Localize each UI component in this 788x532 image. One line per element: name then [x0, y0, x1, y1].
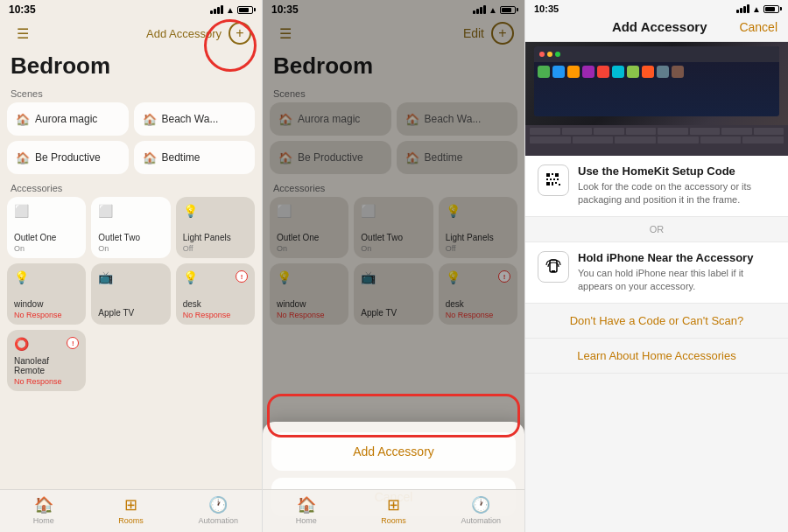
- rooms-tab-icon-2: ⊞: [387, 495, 400, 514]
- signal-bar-3: [217, 7, 220, 14]
- app-icon-1: [538, 66, 550, 78]
- room-title-1: Bedroom: [0, 51, 262, 85]
- app-icon-7: [627, 66, 639, 78]
- scene-item-productive[interactable]: 🏠 Be Productive: [7, 141, 129, 174]
- warning-badge-desk: !: [236, 270, 248, 283]
- tab-rooms-2[interactable]: ⊞ Rooms: [350, 495, 438, 525]
- accessory-name-nanoleaf: Nanoleaf Remote: [14, 356, 79, 375]
- accessory-status-window: No Response: [14, 311, 79, 319]
- scene-icon-aurora: 🏠: [16, 113, 30, 126]
- kbd-key-14: [742, 136, 784, 144]
- option-desc-near-accessory: You can hold iPhone near this label if i…: [578, 267, 776, 294]
- svg-rect-4: [550, 178, 552, 180]
- keyboard-area: [525, 125, 788, 156]
- kbd-row-1: [530, 128, 784, 135]
- battery-icon-1: [237, 6, 253, 14]
- accessory-nanoleaf[interactable]: ⭕ ! Nanoleaf Remote No Response: [7, 330, 86, 391]
- light-icon-1: 💡: [183, 204, 198, 218]
- phone-panel-1: 10:35 ▲ ☰ Add Accessory + Bedroom Scenes: [0, 0, 263, 532]
- svg-rect-5: [553, 178, 555, 180]
- kbd-key-6: [690, 128, 721, 135]
- kbd-row-2: [530, 136, 784, 144]
- battery-fill-1: [239, 8, 249, 12]
- kbd-key-7: [721, 128, 752, 135]
- accessory-light-panels[interactable]: 💡 Light Panels Off: [176, 197, 255, 258]
- app-icon-4: [582, 66, 595, 78]
- tab-automation-2[interactable]: 🕐 Automation: [437, 495, 524, 525]
- or-divider: OR: [525, 217, 788, 242]
- svg-rect-1: [552, 173, 553, 175]
- kbd-key-8: [754, 128, 784, 135]
- signal-bars-3: [736, 4, 749, 13]
- menu-icon-1[interactable]: ☰: [11, 21, 35, 46]
- accessory-window[interactable]: 💡 window No Response: [7, 263, 86, 325]
- automation-tab-icon-1: 🕐: [208, 495, 228, 514]
- plus-button-1[interactable]: +: [229, 22, 251, 45]
- option-row-near-accessory[interactable]: Hold iPhone Near the Accessory You can h…: [525, 242, 788, 304]
- cancel-nav-button[interactable]: Cancel: [739, 20, 777, 34]
- accessory-name-desk: desk: [183, 299, 248, 309]
- scene-item-beach[interactable]: 🏠 Beach Wa...: [134, 102, 256, 136]
- signal-bar-1: [210, 10, 213, 14]
- link-learn-accessories[interactable]: Learn About Home Accessories: [525, 339, 788, 374]
- edit-button-1[interactable]: Add Accessory: [146, 27, 222, 40]
- battery-fill-3: [765, 7, 775, 11]
- link-no-code[interactable]: Don't Have a Code or Can't Scan?: [525, 304, 788, 339]
- scene-icon-bedtime: 🏠: [143, 151, 157, 164]
- svg-rect-9: [555, 182, 557, 184]
- tab-automation-1[interactable]: 🕐 Automation: [174, 495, 262, 525]
- signal-bar-3-1: [736, 10, 739, 13]
- kbd-key-4: [626, 128, 657, 135]
- accessory-apple-tv[interactable]: 📺 Apple TV: [91, 263, 170, 325]
- battery-icon-3: [763, 5, 779, 13]
- tab-rooms-label-1: Rooms: [118, 516, 144, 525]
- kbd-key-10: [573, 136, 614, 144]
- accessory-name-light-panels: Light Panels: [183, 233, 248, 242]
- svg-rect-6: [557, 178, 559, 180]
- svg-rect-11: [550, 260, 557, 272]
- status-bar-1: 10:35 ▲: [0, 0, 262, 18]
- scene-item-aurora[interactable]: 🏠 Aurora magic: [7, 102, 129, 136]
- laptop-photo: [525, 42, 788, 156]
- kbd-key-13: [700, 136, 742, 144]
- status-time-1: 10:35: [9, 4, 36, 16]
- svg-rect-10: [559, 184, 560, 186]
- add-accessory-button[interactable]: Add Accessory: [271, 432, 516, 471]
- accessory-name-outlet-one: Outlet One: [14, 233, 79, 242]
- tab-bar-1: 🏠 Home ⊞ Rooms 🕐 Automation: [0, 489, 262, 532]
- accessory-outlet-two[interactable]: ⬜ Outlet Two On: [91, 197, 170, 258]
- tab-home-2[interactable]: 🏠 Home: [263, 495, 350, 525]
- accessory-icon-row-appletv: 📺: [98, 270, 163, 284]
- option-row-setup-code[interactable]: Use the HomeKit Setup Code Look for the …: [525, 156, 788, 217]
- kbd-key-3: [594, 128, 624, 135]
- accessory-desk[interactable]: 💡 ! desk No Response: [176, 263, 255, 325]
- home-tab-icon-1: 🏠: [34, 495, 53, 514]
- right-nav: Add Accessory Cancel: [525, 16, 788, 42]
- dot-yellow: [547, 52, 552, 57]
- signal-bar-3-2: [740, 8, 742, 13]
- scene-icon-productive: 🏠: [16, 151, 30, 164]
- svg-rect-12: [552, 270, 555, 272]
- option-text-near-accessory: Hold iPhone Near the Accessory You can h…: [578, 251, 776, 294]
- accessory-status-nanoleaf: No Response: [14, 377, 79, 386]
- accessory-icon-row-light: 💡: [183, 204, 248, 218]
- signal-bars-1: [210, 5, 223, 14]
- phone-panel-3: 10:35 ▲ Add Accessory Cancel: [525, 0, 788, 532]
- automation-tab-icon-2: 🕐: [471, 495, 490, 514]
- tab-bar-2: 🏠 Home ⊞ Rooms 🕐 Automation: [263, 489, 524, 532]
- screen-bar: [534, 46, 779, 62]
- app-icon-2: [552, 66, 565, 78]
- accessory-icon-row-outlet-two: ⬜: [98, 204, 163, 218]
- scene-item-bedtime[interactable]: 🏠 Bedtime: [134, 141, 256, 174]
- accessory-status-outlet-two: On: [98, 244, 163, 253]
- scenes-grid-1: 🏠 Aurora magic 🏠 Beach Wa... 🏠 Be Produc…: [0, 102, 262, 179]
- accessory-outlet-one[interactable]: ⬜ Outlet One On: [7, 197, 86, 258]
- tab-home-1[interactable]: 🏠 Home: [0, 495, 88, 525]
- svg-rect-8: [552, 182, 553, 186]
- app-icon-5: [597, 66, 609, 78]
- kbd-key-9: [530, 136, 571, 144]
- warning-badge-nanoleaf: !: [67, 337, 79, 349]
- appletv-icon: 📺: [98, 270, 113, 284]
- accessories-grid-1: ⬜ Outlet One On ⬜ Outlet Two On 💡 Light …: [0, 197, 262, 325]
- tab-rooms-1[interactable]: ⊞ Rooms: [88, 495, 175, 525]
